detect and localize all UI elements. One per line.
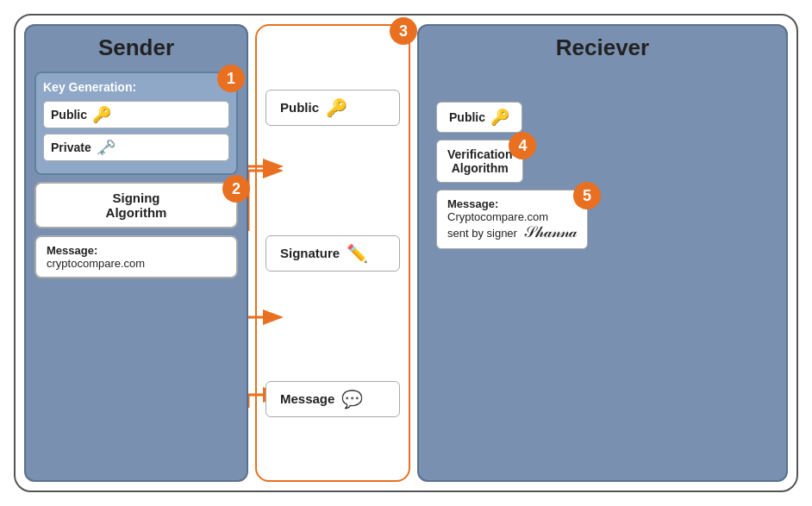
verification-box: Verification Algorithm 4 xyxy=(436,140,523,183)
private-key-label: Private xyxy=(51,141,91,154)
signature-text: 𝒮𝒽𝒶𝓃𝓃𝒶 xyxy=(521,223,578,241)
badge-3: 3 xyxy=(390,17,417,45)
middle-signature-icon: ✏️ xyxy=(347,243,368,264)
middle-public-icon: 🔑 xyxy=(326,97,347,118)
keygen-box: Key Generation: Public 🔑 Private 🗝️ 1 xyxy=(34,72,238,175)
badge-1: 1 xyxy=(217,65,245,92)
badge-4: 4 xyxy=(509,132,536,159)
middle-signature-label: Signature xyxy=(280,246,340,260)
middle-public-label: Public xyxy=(280,100,319,115)
sender-title: Sender xyxy=(34,34,238,61)
middle-panel: 3 Public 🔑 Signature ✏️ Message 💬 xyxy=(255,24,410,482)
middle-message-icon: 💬 xyxy=(341,389,363,409)
diagram-container: Sender Key Generation: Public 🔑 Private … xyxy=(14,14,798,492)
verification-line1: Verification xyxy=(447,147,512,161)
middle-signature-box: Signature ✏️ xyxy=(265,235,400,272)
result-line1: Cryptocompare.com xyxy=(447,210,577,223)
sender-message-title: Message: xyxy=(47,244,226,257)
middle-public-box: Public 🔑 xyxy=(265,90,400,126)
private-key-icon: 🗝️ xyxy=(97,138,116,157)
public-key-label: Public xyxy=(51,108,87,122)
signing-line1: Signing xyxy=(47,191,226,205)
sender-message-value: cryptocompare.com xyxy=(47,257,226,270)
result-title: Message: xyxy=(447,197,577,210)
badge-2: 2 xyxy=(222,175,250,203)
receiver-public-box: Public 🔑 xyxy=(436,102,522,133)
middle-message-label: Message xyxy=(280,391,334,406)
result-line2: sent by signer 𝒮𝒽𝒶𝓃𝓃𝒶 xyxy=(447,223,577,241)
verification-line2: Algorithm xyxy=(447,161,512,175)
receiver-public-icon: 🔑 xyxy=(490,108,509,127)
middle-message-box: Message 💬 xyxy=(265,381,400,417)
receiver-panel: Reciever Public 🔑 Verification Algorithm… xyxy=(417,24,788,482)
sender-panel: Sender Key Generation: Public 🔑 Private … xyxy=(24,24,248,482)
private-key-row: Private 🗝️ xyxy=(43,134,229,161)
keygen-title: Key Generation: xyxy=(43,80,229,94)
result-box: Message: Cryptocompare.com sent by signe… xyxy=(436,190,588,249)
receiver-title: Reciever xyxy=(428,34,778,61)
signing-algorithm-box: Signing Algorithm 2 xyxy=(34,182,238,228)
sender-message-box: Message: cryptocompare.com xyxy=(34,235,238,278)
public-key-row: Public 🔑 xyxy=(43,101,229,128)
signing-line2: Algorithm xyxy=(47,205,226,220)
badge-5: 5 xyxy=(573,182,601,209)
public-key-icon: 🔑 xyxy=(92,105,111,124)
receiver-public-label: Public xyxy=(449,110,485,124)
